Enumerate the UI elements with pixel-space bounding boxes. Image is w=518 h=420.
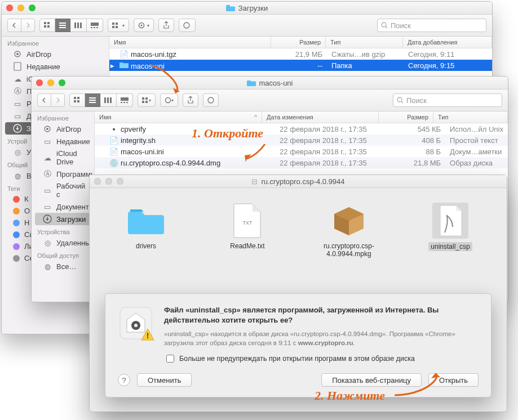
col-kind[interactable]: Тип bbox=[326, 37, 403, 48]
col-kind[interactable]: Тип bbox=[433, 111, 508, 123]
sidebar-heading-devices: Устройства bbox=[32, 225, 94, 236]
grid-item-script-selected[interactable]: uninstall_csp bbox=[417, 203, 484, 258]
action-button[interactable]: ▾ bbox=[134, 19, 154, 32]
titlebar[interactable]: ⊟ru.cryptopro.csp-4.0.9944 bbox=[90, 175, 507, 188]
svg-text:TXT: TXT bbox=[243, 220, 253, 226]
titlebar[interactable]: macos-uni bbox=[32, 77, 508, 90]
checkbox-input[interactable] bbox=[166, 355, 174, 363]
column-headers[interactable]: Имя^ Дата изменения Размер Тип bbox=[95, 111, 508, 123]
gallery-view-button[interactable] bbox=[87, 19, 103, 32]
disclosure-icon[interactable]: ▸ bbox=[109, 61, 115, 70]
sidebar-item-downloads[interactable]: Загрузки bbox=[35, 213, 91, 225]
search-field[interactable]: Поиск bbox=[393, 93, 502, 107]
zoom-icon[interactable] bbox=[29, 5, 36, 11]
col-name[interactable]: Имя bbox=[109, 37, 271, 48]
svg-point-19 bbox=[141, 25, 143, 26]
svg-rect-29 bbox=[77, 100, 79, 102]
svg-point-21 bbox=[382, 23, 386, 27]
col-date[interactable]: Дата изменения bbox=[262, 111, 379, 123]
tags-button[interactable] bbox=[179, 19, 196, 32]
grid-item-txt[interactable]: TXT ReadMe.txt bbox=[214, 203, 281, 258]
zoom-icon[interactable] bbox=[59, 79, 65, 86]
back-button[interactable] bbox=[7, 19, 21, 32]
close-icon[interactable] bbox=[36, 79, 43, 86]
grid-item-pkg[interactable]: ru.cryptopro.csp-4.0.9944.mpkg bbox=[315, 203, 383, 258]
forward-button[interactable] bbox=[51, 93, 65, 107]
back-button[interactable] bbox=[37, 93, 51, 107]
file-row[interactable]: 📄macos-uni.tgz 21,9 МБ Сжаты…ив gzip Сег… bbox=[109, 48, 492, 60]
svg-rect-11 bbox=[91, 27, 92, 28]
cancel-button[interactable]: Отменить bbox=[137, 373, 192, 387]
dont-warn-checkbox[interactable]: Больше не предупреждать при открытии про… bbox=[164, 353, 479, 364]
documents-icon: ▭ bbox=[43, 202, 52, 211]
show-webpage-button[interactable]: Показать веб-страницу bbox=[321, 373, 422, 387]
column-headers[interactable]: Имя Размер Тип Дата добавления bbox=[109, 37, 492, 48]
col-size[interactable]: Размер bbox=[271, 37, 326, 48]
list-view-button[interactable] bbox=[55, 19, 70, 32]
search-field[interactable]: Поиск bbox=[377, 19, 486, 32]
svg-rect-40 bbox=[142, 97, 144, 100]
svg-rect-4 bbox=[59, 23, 66, 24]
zoom-icon[interactable] bbox=[117, 178, 123, 185]
sidebar-item-documents[interactable]: ▭Документ bbox=[32, 200, 94, 213]
close-icon[interactable] bbox=[6, 5, 13, 11]
open-button[interactable]: Открыть bbox=[428, 373, 479, 387]
view-switcher[interactable] bbox=[39, 19, 103, 32]
list-view-button[interactable] bbox=[85, 93, 100, 107]
gallery-view-button[interactable] bbox=[117, 93, 133, 107]
dialog-heading: Файл «uninstall_csp» является программой… bbox=[164, 305, 479, 325]
tag-dot-icon bbox=[13, 196, 20, 203]
file-row[interactable]: 📄integrity.sh22 февраля 2018 г., 17:3540… bbox=[95, 135, 508, 146]
svg-point-23 bbox=[16, 53, 19, 55]
svg-rect-41 bbox=[145, 97, 148, 100]
sidebar-item-recents[interactable]: Недавние bbox=[2, 60, 109, 73]
sidebar-item-airdrop[interactable]: AirDrop bbox=[2, 48, 109, 60]
col-name[interactable]: Имя bbox=[99, 114, 111, 120]
apps-icon: Ⓐ bbox=[13, 87, 22, 96]
svg-point-53 bbox=[134, 324, 138, 327]
action-button[interactable]: ▾ bbox=[160, 93, 178, 107]
grid-item-folder[interactable]: drivers bbox=[112, 203, 180, 258]
sidebar-item-apps[interactable]: ⒶПрограммы bbox=[32, 168, 94, 180]
svg-rect-26 bbox=[74, 97, 76, 99]
share-button[interactable] bbox=[158, 19, 174, 32]
sidebar-item-icloud[interactable]: ☁︎iCloud Drive bbox=[32, 148, 94, 168]
svg-rect-34 bbox=[107, 97, 109, 103]
disk-icon: ◎ bbox=[13, 148, 22, 157]
txt-icon: TXT bbox=[229, 203, 265, 239]
minimize-icon[interactable] bbox=[105, 178, 112, 185]
icon-view-button[interactable] bbox=[69, 93, 85, 107]
sidebar-item-recents[interactable]: ▭Недавние bbox=[32, 135, 94, 148]
help-button[interactable]: ? bbox=[118, 374, 130, 386]
svg-point-45 bbox=[208, 97, 214, 103]
minimize-icon[interactable] bbox=[17, 5, 24, 11]
nav-back-forward[interactable] bbox=[7, 19, 35, 32]
file-row[interactable]: 💿ru.cryptopro.csp-4.0.9944.dmg22 февраля… bbox=[95, 157, 508, 168]
minimize-icon[interactable] bbox=[47, 79, 54, 86]
forward-button[interactable] bbox=[21, 19, 35, 32]
col-size[interactable]: Размер bbox=[379, 111, 433, 123]
close-icon[interactable] bbox=[94, 178, 101, 185]
sidebar-item-all[interactable]: ◍Все… bbox=[32, 260, 94, 272]
column-view-button[interactable] bbox=[70, 19, 87, 32]
file-row[interactable]: ▪cpverify22 февраля 2018 г., 17:35545 КБ… bbox=[95, 123, 508, 135]
titlebar[interactable]: Загрузки bbox=[2, 2, 492, 15]
folder-icon bbox=[128, 203, 164, 239]
tags-button[interactable] bbox=[203, 93, 219, 107]
view-switcher[interactable] bbox=[69, 93, 133, 107]
sidebar-item-airdrop[interactable]: AirDrop bbox=[32, 123, 94, 135]
col-date[interactable]: Дата добавления bbox=[403, 37, 492, 48]
toolbar: ▾ ▾ Поиск bbox=[2, 15, 492, 37]
arrange-button[interactable]: ▾ bbox=[138, 93, 156, 107]
folder-row-selected[interactable]: ▸ macos-uni -- Папка Сегодня, 9:15 bbox=[109, 60, 492, 71]
arrange-button[interactable]: ▾ bbox=[108, 19, 129, 32]
window-title: Загрузки bbox=[238, 4, 268, 12]
sidebar-item-desktop[interactable]: ▭Рабочий с bbox=[32, 180, 94, 200]
documents-icon: ▭ bbox=[13, 111, 22, 120]
column-view-button[interactable] bbox=[100, 93, 117, 107]
icon-view-button[interactable] bbox=[39, 19, 55, 32]
sidebar-item-remote[interactable]: ◎Удаленны bbox=[32, 236, 94, 249]
share-button[interactable] bbox=[183, 93, 198, 107]
file-row[interactable]: 📄macos-uni.ini22 февраля 2018 г., 17:358… bbox=[95, 146, 508, 157]
gear-icon bbox=[165, 97, 171, 104]
